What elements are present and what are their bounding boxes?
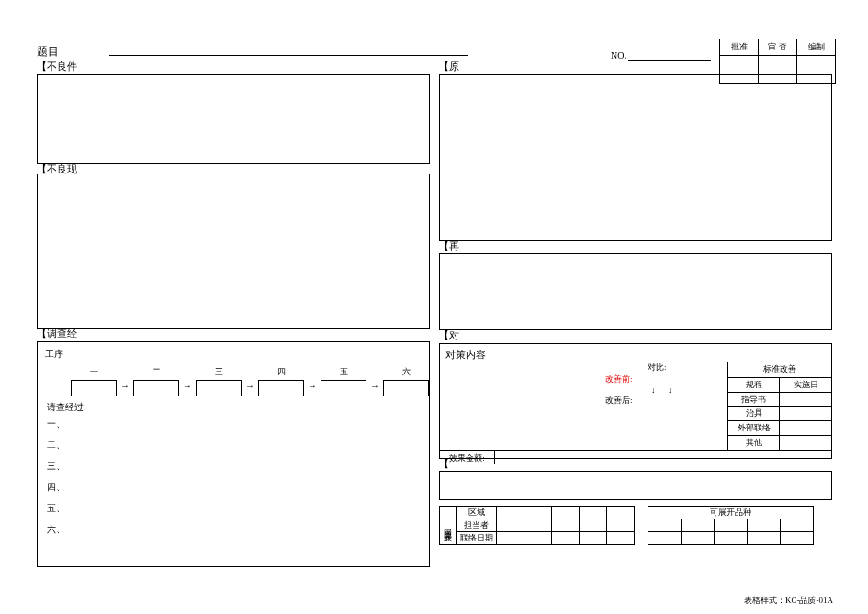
std-cell-jig: 治具: [728, 407, 780, 420]
approval-cell[interactable]: [797, 56, 836, 84]
check-item: 一、: [47, 413, 422, 434]
expand-row-person: 担当者: [457, 519, 497, 532]
after-label: 改善后:: [605, 395, 672, 407]
std-cell-other: 其他: [728, 436, 780, 450]
variety-table: 可展开品种: [648, 506, 814, 545]
expand-cell[interactable]: [497, 532, 524, 545]
box-defect-item[interactable]: [37, 74, 430, 164]
box-extra[interactable]: [439, 471, 832, 500]
std-cell-manual: 指导书: [728, 393, 780, 407]
std-cell[interactable]: [780, 407, 831, 420]
expand-table: 同类展开 区域 担当者 联络日期: [439, 506, 635, 545]
variety-cell[interactable]: [648, 532, 682, 545]
header: 题目 NO. 批准 审 查 编制: [37, 46, 836, 58]
box-cause[interactable]: [439, 74, 832, 241]
box-recurrence[interactable]: [439, 253, 832, 330]
flow-box[interactable]: [196, 380, 242, 396]
section-label-defect-phenomenon: 【不良现: [37, 164, 430, 175]
box-defect-phenomenon[interactable]: [37, 174, 430, 329]
check-item: 五、: [47, 497, 422, 519]
arrow-right-icon: →: [183, 381, 192, 391]
title-text: 题目: [37, 45, 59, 58]
expand-vertical-header: 同类展开: [440, 507, 457, 545]
expand-row-date: 联络日期: [457, 532, 497, 545]
variety-cell[interactable]: [648, 519, 682, 532]
expand-cell[interactable]: [607, 532, 635, 545]
check-label: 请查经过:: [47, 402, 422, 413]
right-column: 【原 【再 【对 对策内容 对比: 改善前: ↓ ↓ 改善后:: [439, 61, 832, 567]
check-item: 六、: [47, 519, 422, 540]
flowchart: 一 → 二 → 三 → 四 →: [71, 366, 422, 396]
std-change-header: 标准改善: [728, 362, 831, 378]
variety-cell[interactable]: [682, 532, 715, 545]
variety-cell[interactable]: [715, 519, 748, 532]
before-label: 改善前:: [605, 374, 672, 385]
effect-row: 效果金额:: [440, 450, 831, 464]
expand-cell[interactable]: [580, 507, 607, 519]
flow-box[interactable]: [133, 380, 179, 396]
flow-box[interactable]: [258, 380, 304, 396]
std-cell[interactable]: [780, 393, 831, 407]
approval-col-review: 审 查: [759, 39, 797, 56]
expand-cell[interactable]: [524, 507, 552, 519]
variety-cell[interactable]: [781, 519, 814, 532]
approval-table: 批准 审 查 编制: [719, 39, 836, 84]
section-label-recurrence: 【再: [439, 241, 832, 252]
section-label-defect-item: 【不良件: [37, 61, 430, 73]
expand-cell[interactable]: [580, 532, 607, 545]
variety-cell[interactable]: [748, 532, 781, 545]
section-label-investigation: 【调查经: [37, 329, 430, 340]
box-countermeasure: 对策内容 对比: 改善前: ↓ ↓ 改善后: 标准: [439, 343, 832, 459]
flow-step-label: 三: [196, 366, 242, 378]
expand-cell[interactable]: [497, 507, 524, 519]
no-underline[interactable]: [628, 60, 711, 61]
std-cell[interactable]: [780, 421, 831, 435]
flow-step: 一: [71, 366, 117, 396]
countermeasure-content-area[interactable]: 对比: 改善前: ↓ ↓ 改善后:: [440, 362, 728, 450]
flow-step: 三: [196, 366, 242, 396]
expand-cell[interactable]: [552, 507, 580, 519]
variety-cell[interactable]: [781, 532, 814, 545]
flow-step-label: 一: [71, 366, 117, 378]
effect-value[interactable]: [495, 451, 831, 464]
expand-cell[interactable]: [580, 519, 607, 532]
flow-step-label: 五: [321, 366, 366, 378]
expand-cell[interactable]: [497, 519, 524, 532]
left-column: 【不良件 【不良现 【调查经 工序 一 → 二 → 三: [37, 61, 430, 567]
expand-cell[interactable]: [607, 519, 635, 532]
approval-cell[interactable]: [720, 56, 759, 84]
compare-label: 对比:: [642, 362, 672, 374]
flow-step: 五: [321, 366, 366, 396]
std-cell-external: 外部联络: [728, 421, 780, 435]
title-underline: [109, 55, 468, 56]
countermeasure-title: 对策内容: [440, 344, 831, 362]
box-investigation: 工序 一 → 二 → 三 → 四: [37, 341, 430, 567]
flow-step: 二: [133, 366, 179, 396]
expand-cell[interactable]: [552, 532, 580, 545]
arrow-right-icon: →: [245, 381, 254, 391]
flow-box[interactable]: [321, 380, 366, 396]
std-cell[interactable]: [780, 436, 831, 450]
flow-step-label: 四: [258, 366, 304, 378]
approval-col-prepare: 编制: [797, 39, 836, 56]
arrow-down-icon: ↓: [668, 385, 672, 395]
expand-cell[interactable]: [524, 519, 552, 532]
main-content: 【不良件 【不良现 【调查经 工序 一 → 二 → 三: [37, 61, 836, 567]
variety-cell[interactable]: [682, 519, 715, 532]
flow-label: 工序: [45, 348, 422, 361]
flow-step: 四: [258, 366, 304, 396]
std-cell-date: 实施日: [780, 378, 831, 392]
effect-label: 效果金额:: [440, 451, 495, 464]
expand-cell[interactable]: [552, 519, 580, 532]
bottom-tables: 同类展开 区域 担当者 联络日期: [439, 506, 832, 545]
flow-box[interactable]: [383, 380, 429, 396]
approval-cell[interactable]: [759, 56, 797, 84]
variety-cell[interactable]: [715, 532, 748, 545]
check-item: 四、: [47, 476, 422, 497]
flow-box[interactable]: [71, 380, 117, 396]
expand-cell[interactable]: [524, 532, 552, 545]
variety-cell[interactable]: [748, 519, 781, 532]
expand-cell[interactable]: [607, 507, 635, 519]
no-label: NO.: [611, 50, 626, 61]
check-item: 二、: [47, 434, 422, 455]
